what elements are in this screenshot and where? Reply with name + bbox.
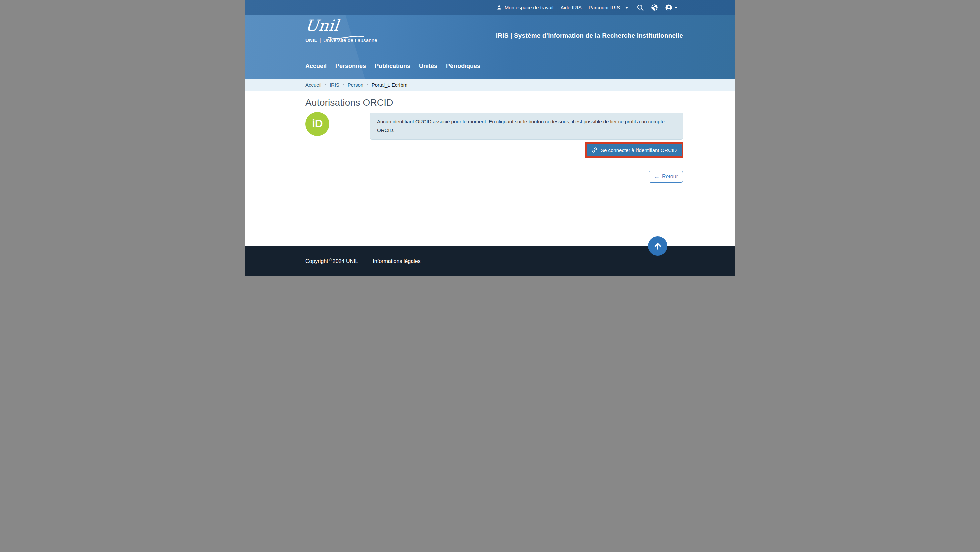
connect-orcid-label: Se connecter à l'identifiant ORCID	[601, 147, 677, 153]
caret-down-icon	[675, 7, 678, 9]
nav-item-accueil[interactable]: Accueil	[305, 63, 327, 70]
main-navigation: Accueil Personnes Publications Unités Pé…	[305, 63, 480, 70]
breadcrumb: Accueil • IRIS • Person • Portal_t, Ecrf…	[245, 79, 735, 91]
language-button[interactable]	[651, 4, 658, 11]
unil-logo-script: Unil	[305, 17, 340, 33]
header-divider	[305, 56, 683, 56]
caret-down-icon	[625, 7, 628, 9]
copyright-text: Copyright©2024 UNIL	[305, 258, 358, 264]
back-button-label: Retour	[662, 174, 678, 180]
breadcrumb-separator: •	[325, 82, 326, 87]
arrow-up-icon	[653, 241, 663, 251]
browse-iris-menu[interactable]: Parcourir IRIS	[589, 5, 628, 10]
breadcrumb-separator: •	[343, 82, 344, 87]
app-title: IRIS | Système d’Information de la Reche…	[496, 32, 683, 39]
site-header: Unil UNIL | Université de Lausanne IRIS …	[245, 15, 735, 79]
scroll-to-top-button[interactable]	[648, 236, 667, 256]
breadcrumb-separator: •	[367, 82, 368, 87]
page: Mon espace de travail Aide IRIS Parcouri…	[245, 0, 735, 276]
help-iris-label: Aide IRIS	[560, 5, 581, 10]
legal-information-link[interactable]: Informations légales	[373, 258, 420, 266]
unil-logo[interactable]: Unil UNIL | Université de Lausanne	[305, 17, 377, 43]
breadcrumb-person[interactable]: Person	[348, 82, 364, 87]
breadcrumb-accueil[interactable]: Accueil	[305, 82, 321, 87]
account-circle-icon	[665, 4, 672, 11]
breadcrumb-current: Portal_t, Ecrfbm	[372, 82, 408, 87]
copyright-symbol: ©	[329, 258, 331, 262]
back-button[interactable]: ← Retour	[649, 171, 683, 183]
account-menu[interactable]	[665, 4, 678, 11]
breadcrumb-iris[interactable]: IRIS	[330, 82, 339, 87]
top-utility-bar: Mon espace de travail Aide IRIS Parcouri…	[245, 0, 735, 15]
orcid-notice: Aucun identifiant ORCID associé pour le …	[370, 113, 683, 140]
link-chain-icon	[592, 147, 598, 153]
workspace-link[interactable]: Mon espace de travail	[496, 5, 554, 10]
page-title: Autorisations ORCID	[305, 97, 393, 108]
nav-item-personnes[interactable]: Personnes	[335, 63, 366, 70]
search-button[interactable]	[637, 4, 644, 11]
orcid-id-icon: iD	[305, 112, 329, 136]
connect-orcid-button[interactable]: Se connecter à l'identifiant ORCID	[587, 144, 682, 156]
unil-logo-swash-icon	[328, 33, 365, 39]
user-icon	[496, 5, 502, 10]
nav-item-unites[interactable]: Unités	[419, 63, 438, 70]
globe-language-icon	[651, 4, 658, 11]
search-icon	[637, 4, 644, 11]
help-iris-link[interactable]: Aide IRIS	[560, 5, 581, 10]
back-arrow-icon: ←	[654, 174, 660, 180]
main-content: Autorisations ORCID iD Aucun identifiant…	[245, 91, 735, 246]
workspace-label: Mon espace de travail	[505, 5, 554, 10]
browse-iris-label: Parcourir IRIS	[589, 5, 620, 10]
nav-item-periodiques[interactable]: Périodiques	[446, 63, 480, 70]
highlight-box: Se connecter à l'identifiant ORCID	[585, 142, 683, 157]
nav-item-publications[interactable]: Publications	[375, 63, 410, 70]
